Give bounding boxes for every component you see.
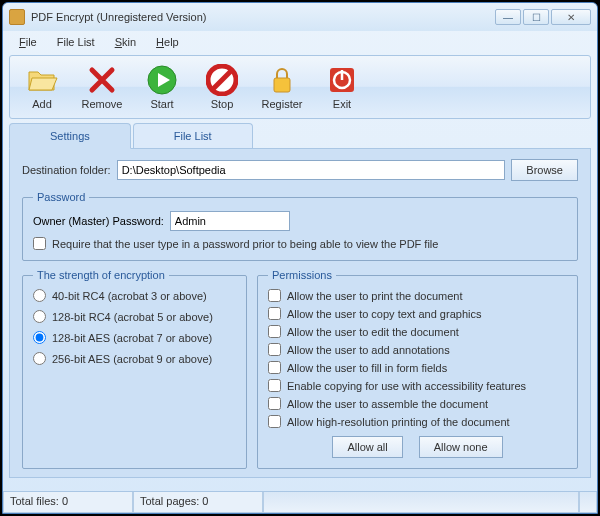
remove-label: Remove — [82, 98, 123, 110]
require-password-checkbox[interactable] — [33, 237, 46, 250]
play-icon — [146, 64, 178, 96]
perm-checkbox-4[interactable] — [268, 361, 281, 374]
encryption-option-2[interactable]: 128-bit AES (acrobat 7 or above) — [33, 331, 236, 344]
perm-option-6[interactable]: Allow the user to assemble the document — [268, 397, 567, 410]
password-legend: Password — [33, 191, 89, 203]
encryption-option-0[interactable]: 40-bit RC4 (acrobat 3 or above) — [33, 289, 236, 302]
permissions-options: Allow the user to print the document All… — [268, 289, 567, 428]
menu-skin[interactable]: Skin — [107, 33, 144, 51]
permissions-buttons: Allow all Allow none — [268, 436, 567, 458]
titlebar[interactable]: PDF Encrypt (Unregistered Version) — ☐ ✕ — [3, 3, 597, 31]
encryption-radio-3[interactable] — [33, 352, 46, 365]
svg-rect-3 — [274, 78, 290, 92]
start-label: Start — [150, 98, 173, 110]
perm-option-1[interactable]: Allow the user to copy text and graphics — [268, 307, 567, 320]
encryption-group: The strength of encryption 40-bit RC4 (a… — [22, 269, 247, 469]
browse-button[interactable]: Browse — [511, 159, 578, 181]
status-progress — [263, 492, 579, 513]
password-group: Password Owner (Master) Password: Requir… — [22, 191, 578, 261]
status-total-files: Total files: 0 — [3, 492, 133, 513]
require-password-label: Require that the user type in a password… — [52, 238, 438, 250]
owner-password-input[interactable] — [170, 211, 290, 231]
perm-option-5[interactable]: Enable copying for use with accessibilit… — [268, 379, 567, 392]
add-button[interactable]: Add — [18, 64, 66, 110]
x-icon — [86, 64, 118, 96]
perm-checkbox-7[interactable] — [268, 415, 281, 428]
encryption-option-1[interactable]: 128-bit RC4 (acrobat 5 or above) — [33, 310, 236, 323]
encryption-radio-1[interactable] — [33, 310, 46, 323]
start-button[interactable]: Start — [138, 64, 186, 110]
minimize-button[interactable]: — — [495, 9, 521, 25]
register-button[interactable]: Register — [258, 64, 306, 110]
destination-input[interactable] — [117, 160, 506, 180]
menu-file[interactable]: File — [11, 33, 45, 51]
menu-file-list[interactable]: File List — [49, 33, 103, 51]
destination-row: Destination folder: Browse — [22, 159, 578, 181]
owner-password-row: Owner (Master) Password: — [33, 211, 567, 231]
encryption-radio-2[interactable] — [33, 331, 46, 344]
perm-checkbox-0[interactable] — [268, 289, 281, 302]
require-password-row: Require that the user type in a password… — [33, 237, 567, 250]
encryption-radio-0[interactable] — [33, 289, 46, 302]
statusbar: Total files: 0 Total pages: 0 — [3, 491, 597, 513]
perm-checkbox-1[interactable] — [268, 307, 281, 320]
toolbar: Add Remove Start Stop Register Exit — [9, 55, 591, 119]
folder-open-icon — [26, 64, 58, 96]
tab-file-list[interactable]: File List — [133, 123, 253, 149]
exit-button[interactable]: Exit — [318, 64, 366, 110]
perm-checkbox-2[interactable] — [268, 325, 281, 338]
settings-panel: Destination folder: Browse Password Owne… — [9, 148, 591, 478]
tab-strip: Settings File List — [9, 123, 591, 149]
exit-label: Exit — [333, 98, 351, 110]
perm-option-3[interactable]: Allow the user to add annotations — [268, 343, 567, 356]
add-label: Add — [32, 98, 52, 110]
permissions-group: Permissions Allow the user to print the … — [257, 269, 578, 469]
status-total-pages: Total pages: 0 — [133, 492, 263, 513]
allow-none-button[interactable]: Allow none — [419, 436, 503, 458]
register-label: Register — [262, 98, 303, 110]
resize-grip[interactable] — [579, 492, 597, 513]
perm-option-4[interactable]: Allow the user to fill in form fields — [268, 361, 567, 374]
owner-password-label: Owner (Master) Password: — [33, 215, 164, 227]
app-icon — [9, 9, 25, 25]
perm-checkbox-5[interactable] — [268, 379, 281, 392]
app-window: PDF Encrypt (Unregistered Version) — ☐ ✕… — [2, 2, 598, 514]
perm-option-7[interactable]: Allow high-resolution printing of the do… — [268, 415, 567, 428]
perm-option-0[interactable]: Allow the user to print the document — [268, 289, 567, 302]
permissions-legend: Permissions — [268, 269, 336, 281]
remove-button[interactable]: Remove — [78, 64, 126, 110]
close-button[interactable]: ✕ — [551, 9, 591, 25]
perm-checkbox-6[interactable] — [268, 397, 281, 410]
lock-icon — [266, 64, 298, 96]
tab-settings[interactable]: Settings — [9, 123, 131, 149]
menu-help[interactable]: Help — [148, 33, 187, 51]
encryption-option-3[interactable]: 256-bit AES (acrobat 9 or above) — [33, 352, 236, 365]
allow-all-button[interactable]: Allow all — [332, 436, 402, 458]
encryption-options: 40-bit RC4 (acrobat 3 or above) 128-bit … — [33, 289, 236, 365]
encryption-legend: The strength of encryption — [33, 269, 169, 281]
destination-label: Destination folder: — [22, 164, 111, 176]
window-controls: — ☐ ✕ — [495, 9, 591, 25]
power-icon — [326, 64, 358, 96]
stop-button[interactable]: Stop — [198, 64, 246, 110]
menubar: File File List Skin Help — [3, 31, 597, 53]
maximize-button[interactable]: ☐ — [523, 9, 549, 25]
perm-checkbox-3[interactable] — [268, 343, 281, 356]
columns: The strength of encryption 40-bit RC4 (a… — [22, 269, 578, 477]
perm-option-2[interactable]: Allow the user to edit the document — [268, 325, 567, 338]
no-entry-icon — [206, 64, 238, 96]
window-title: PDF Encrypt (Unregistered Version) — [31, 11, 495, 23]
stop-label: Stop — [211, 98, 234, 110]
